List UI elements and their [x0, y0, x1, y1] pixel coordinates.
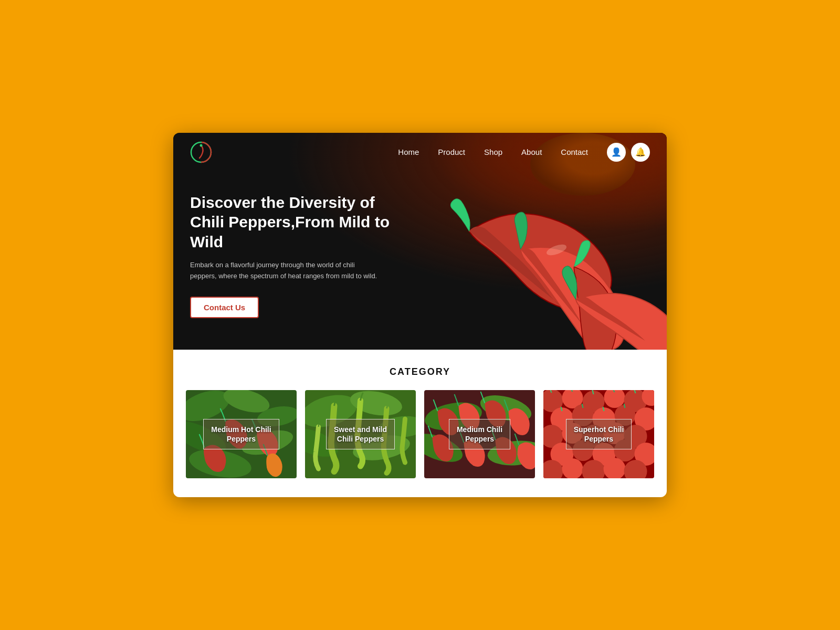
card-label-box-4: Superhot ChiliPeppers [566, 419, 632, 449]
category-card-medium-hot[interactable]: Medium Hot ChiliPeppers [186, 390, 297, 478]
card-label-medium-hot: Medium Hot ChiliPeppers [211, 425, 271, 443]
hero-subtitle: Embark on a flavorful journey through th… [190, 260, 379, 282]
svg-point-3 [200, 144, 203, 146]
card-label-superhot: Superhot ChiliPeppers [574, 425, 624, 443]
category-card-medium[interactable]: Medium ChiliPeppers [424, 390, 535, 478]
card-label-wrapper-1: Medium Hot ChiliPeppers [186, 390, 297, 478]
category-grid: Medium Hot ChiliPeppers [186, 390, 654, 478]
bell-icon-button[interactable]: 🔔 [631, 143, 650, 162]
category-title: CATEGORY [186, 366, 654, 377]
logo-icon [190, 141, 212, 163]
card-label-box-3: Medium ChiliPeppers [449, 419, 510, 449]
navbar: Home Product Shop About Contact 👤 🔔 [173, 133, 667, 172]
card-label-sweet-mild: Sweet and MildChili Peppers [334, 425, 387, 443]
hero-section: Home Product Shop About Contact 👤 🔔 Disc… [173, 133, 667, 350]
user-icon-button[interactable]: 👤 [607, 143, 626, 162]
card-label-medium: Medium ChiliPeppers [457, 425, 502, 443]
card-label-wrapper-4: Superhot ChiliPeppers [543, 390, 654, 478]
contact-us-button[interactable]: Contact Us [190, 297, 259, 318]
browser-window: Home Product Shop About Contact 👤 🔔 Disc… [173, 133, 667, 497]
nav-contact[interactable]: Contact [561, 148, 588, 157]
user-icon: 👤 [611, 147, 622, 157]
card-label-wrapper-3: Medium ChiliPeppers [424, 390, 535, 478]
nav-about[interactable]: About [521, 148, 542, 157]
category-section: CATEGORY [173, 350, 667, 497]
hero-title: Discover the Diversity of Chili Peppers,… [190, 193, 408, 252]
logo-area [190, 141, 212, 163]
hero-content: Discover the Diversity of Chili Peppers,… [173, 172, 425, 350]
nav-product[interactable]: Product [438, 148, 465, 157]
category-card-superhot[interactable]: Superhot ChiliPeppers [543, 390, 654, 478]
category-card-sweet-mild[interactable]: Sweet and MildChili Peppers [305, 390, 416, 478]
nav-home[interactable]: Home [398, 148, 419, 157]
nav-links: Home Product Shop About Contact [398, 148, 588, 157]
card-label-wrapper-2: Sweet and MildChili Peppers [305, 390, 416, 478]
bell-icon: 🔔 [635, 147, 646, 157]
nav-shop[interactable]: Shop [484, 148, 502, 157]
card-label-box-1: Medium Hot ChiliPeppers [203, 419, 279, 449]
nav-icons: 👤 🔔 [607, 143, 650, 162]
card-label-box-2: Sweet and MildChili Peppers [326, 419, 395, 449]
